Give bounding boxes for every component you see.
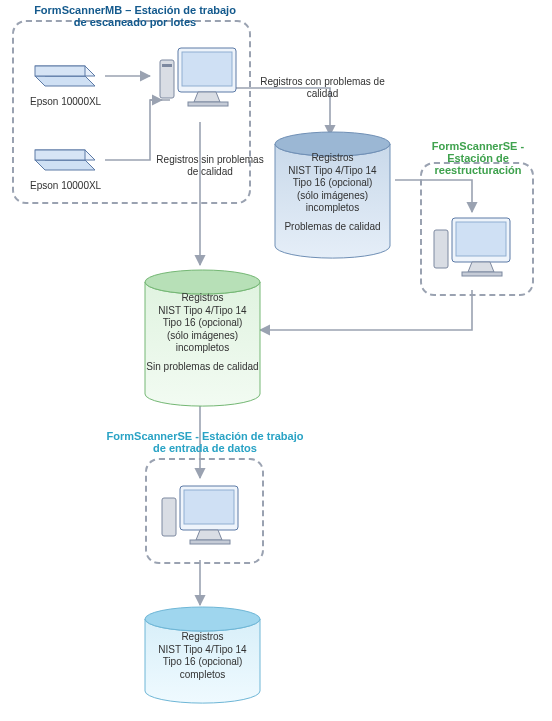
svg-rect-0	[35, 66, 85, 76]
scanner-icon	[30, 140, 100, 176]
svg-rect-5	[182, 52, 232, 86]
cyl-line: NIST Tipo 4/Tipo 14	[146, 644, 259, 657]
group-data-entry-title: FormScannerSE - Estación de trabajo de e…	[100, 430, 310, 454]
group-restructuring-title: FormScannerSE - Estación de reestructura…	[408, 140, 548, 176]
svg-rect-13	[162, 498, 176, 536]
cyl-line: NIST Tipo 4/Tipo 14	[276, 165, 389, 178]
cyl-line: Registros	[146, 631, 259, 644]
cyl-line: incompletos	[276, 202, 389, 215]
cyl-line: Tipo 16 (opcional)	[276, 177, 389, 190]
cyl-line: Registros	[276, 152, 389, 165]
cyl-line: Tipo 16 (opcional)	[146, 656, 259, 669]
data-entry-pc-icon	[160, 478, 246, 554]
svg-rect-10	[456, 222, 506, 256]
svg-point-17	[145, 607, 260, 631]
group-batch-scan-title: FormScannerMB – Estación de trabajo de e…	[30, 4, 240, 28]
cylinder-final: Registros NIST Tipo 4/Tipo 14 Tipo 16 (o…	[140, 605, 265, 705]
restructuring-pc-icon	[432, 210, 518, 286]
cylinder-problems: Registros NIST Tipo 4/Tipo 14 Tipo 16 (o…	[270, 130, 395, 260]
cylinder-problems-text: Registros NIST Tipo 4/Tipo 14 Tipo 16 (o…	[276, 152, 389, 233]
svg-rect-1	[35, 150, 85, 160]
cylinder-ok: Registros NIST Tipo 4/Tipo 14 Tipo 16 (o…	[140, 268, 265, 408]
diagram-canvas: FormScannerMB – Estación de trabajo de e…	[0, 0, 552, 721]
edge-label-no-problems: Registros sin problemas de calidad	[155, 154, 265, 178]
cyl-line: (sólo imágenes)	[146, 330, 259, 343]
scanner2-label: Epson 10000XL	[30, 180, 101, 191]
cylinder-ok-text: Registros NIST Tipo 4/Tipo 14 Tipo 16 (o…	[146, 292, 259, 373]
workstation-pc-icon	[158, 40, 244, 116]
cyl-line: completos	[146, 669, 259, 682]
svg-rect-8	[434, 230, 448, 268]
cyl-line: incompletos	[146, 342, 259, 355]
cyl-line: (sólo imágenes)	[276, 190, 389, 203]
svg-rect-11	[462, 272, 502, 276]
cyl-line: Tipo 16 (opcional)	[146, 317, 259, 330]
cylinder-final-text: Registros NIST Tipo 4/Tipo 14 Tipo 16 (o…	[146, 631, 259, 681]
edge-label-problems: Registros con problemas de calidad	[260, 76, 385, 100]
svg-rect-16	[190, 540, 230, 544]
cyl-line: Sin problemas de calidad	[146, 361, 259, 374]
svg-rect-3	[162, 64, 172, 67]
svg-rect-6	[188, 102, 228, 106]
scanner1-label: Epson 10000XL	[30, 96, 101, 107]
scanner-icon	[30, 56, 100, 92]
cyl-line: NIST Tipo 4/Tipo 14	[146, 305, 259, 318]
cyl-line: Registros	[146, 292, 259, 305]
svg-point-12	[145, 270, 260, 294]
cyl-line: Problemas de calidad	[276, 221, 389, 234]
svg-rect-15	[184, 490, 234, 524]
